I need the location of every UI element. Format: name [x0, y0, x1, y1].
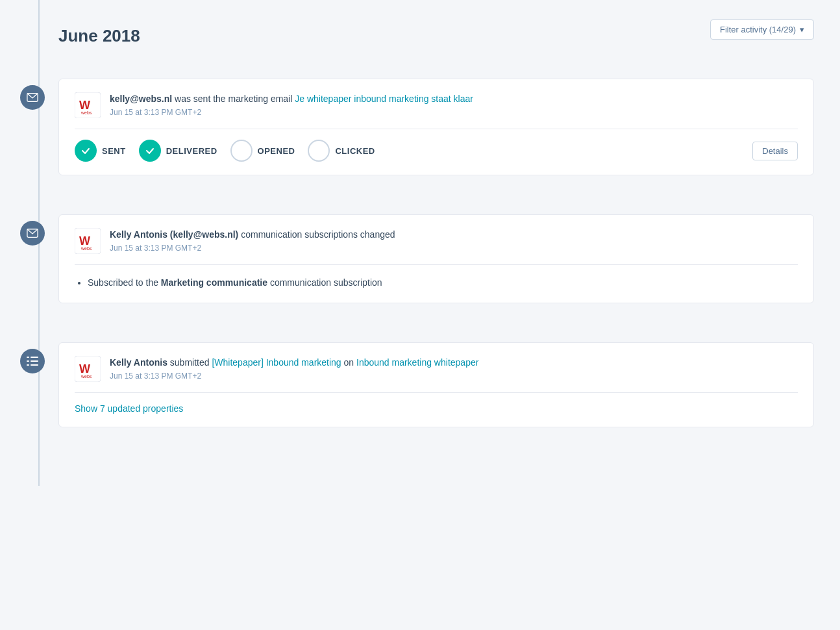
show-properties-link[interactable]: Show 7 updated properties	[75, 403, 183, 414]
svg-text:webs: webs	[80, 246, 92, 251]
sent-label: SENT	[102, 146, 126, 156]
svg-text:W: W	[79, 99, 90, 112]
timeline-icon-form	[20, 349, 45, 373]
svg-text:webs: webs	[80, 374, 92, 379]
card-timestamp-form: Jun 15 at 3:13 PM GMT+2	[110, 372, 798, 381]
email-icon-2	[27, 227, 38, 239]
checkmark-delivered-icon	[145, 146, 154, 155]
opened-label: OPENED	[258, 146, 295, 156]
brand-logo-1: W webs	[75, 92, 101, 118]
status-delivered: DELIVERED	[139, 140, 217, 162]
svg-text:webs: webs	[80, 110, 92, 115]
status-sent: SENT	[75, 140, 126, 162]
svg-rect-10	[27, 360, 29, 362]
svg-rect-11	[31, 360, 38, 362]
brand-logo-3: W webs	[75, 356, 101, 382]
form-link-2[interactable]: Inbound marketing whitepaper	[356, 357, 478, 368]
brand-logo-2: W webs	[75, 228, 101, 254]
svg-text:W: W	[79, 362, 90, 375]
timeline-icon-email-1	[20, 85, 45, 110]
email-status-row: SENT DELIVERED	[75, 140, 798, 162]
card-title-email-1: kelly@webs.nl was sent the marketing ema…	[110, 92, 798, 106]
card-timestamp-email-1: Jun 15 at 3:13 PM GMT+2	[110, 108, 798, 117]
card-title-subscription: Kelly Antonis (kelly@webs.nl) communicat…	[110, 228, 798, 242]
sent-circle	[75, 140, 97, 162]
status-clicked: CLICKED	[308, 140, 375, 162]
clicked-circle	[308, 140, 330, 162]
email-icon	[27, 92, 38, 103]
activity-card-email-1: W webs kelly@webs.nl was sent the market…	[58, 79, 814, 175]
list-icon	[27, 355, 38, 367]
email-link-1[interactable]: Je whitepaper inbound marketing staat kl…	[295, 94, 473, 104]
opened-circle	[230, 140, 253, 162]
activity-card-subscription: W webs Kelly Antonis (kelly@webs.nl) com…	[58, 214, 814, 303]
activity-card-form: W webs Kelly Antonis submitted [Whitepap…	[58, 342, 814, 427]
svg-text:W: W	[79, 234, 90, 247]
form-link-1[interactable]: [Whitepaper] Inbound marketing	[212, 357, 341, 368]
card-timestamp-subscription: Jun 15 at 3:13 PM GMT+2	[110, 244, 798, 253]
svg-rect-13	[31, 364, 38, 366]
card-title-form: Kelly Antonis submitted [Whitepaper] Inb…	[110, 356, 798, 370]
details-button[interactable]: Details	[752, 142, 798, 160]
clicked-label: CLICKED	[335, 146, 375, 156]
status-opened: OPENED	[230, 140, 295, 162]
checkmark-sent-icon	[81, 146, 90, 155]
page-title: June 2018	[58, 26, 140, 46]
svg-rect-8	[27, 357, 29, 358]
subscription-bullet-list: Subscribed to the Marketing communicatie…	[75, 275, 798, 290]
svg-rect-9	[31, 357, 38, 358]
timeline-icon-email-2	[20, 221, 45, 246]
delivered-circle	[139, 140, 161, 162]
svg-rect-12	[27, 364, 29, 366]
subscription-list-item: Subscribed to the Marketing communicatie…	[88, 275, 798, 290]
delivered-label: DELIVERED	[166, 146, 217, 156]
